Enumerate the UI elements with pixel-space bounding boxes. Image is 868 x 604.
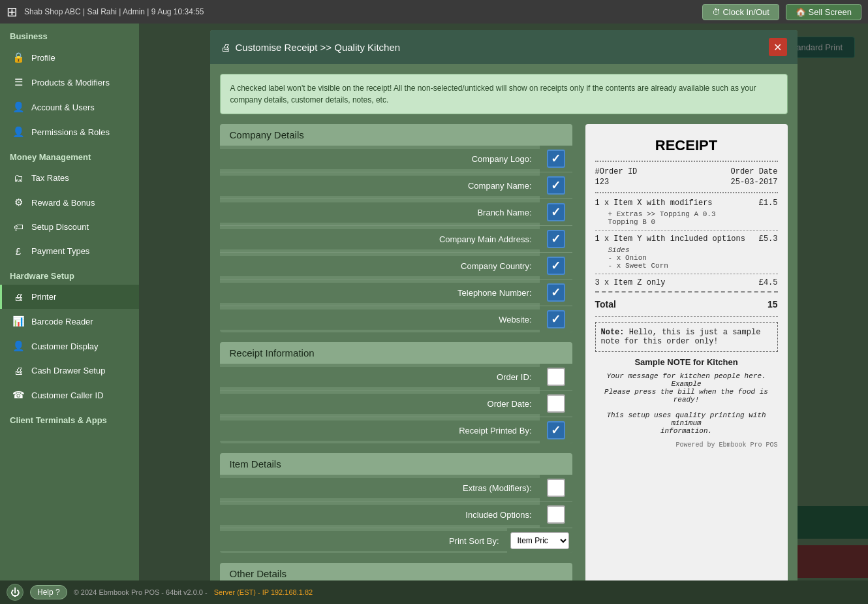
order-id-checkbox[interactable] bbox=[547, 368, 565, 386]
sidebar-item-permissions[interactable]: 👤 Permissions & Roles bbox=[0, 119, 139, 144]
receipt-kitchen-note: Sample NOTE for Kitchen bbox=[595, 357, 778, 367]
field-extras: Extras (Modifiers): bbox=[220, 475, 572, 501]
receipt-note-box: Note: Hello, this is just a sample note … bbox=[595, 322, 778, 352]
modal-content: A checked label won't be visible on the … bbox=[210, 64, 798, 604]
money-section-label: Money Management bbox=[0, 144, 139, 166]
receipt-divider-3 bbox=[595, 230, 778, 230]
receipt-divider-2 bbox=[595, 192, 778, 193]
help-button[interactable]: Help ? bbox=[30, 585, 67, 599]
sidebar-item-discount[interactable]: 🏷 Setup Discount bbox=[0, 215, 139, 239]
sidebar-item-printer[interactable]: 🖨 Printer bbox=[0, 285, 139, 309]
sidebar-label-barcode: Barcode Reader bbox=[31, 317, 93, 326]
item3-name: Item Z only bbox=[613, 278, 665, 287]
printer-icon: 🖨 bbox=[12, 291, 25, 302]
company-logo-checkbox[interactable]: ✓ bbox=[547, 150, 565, 168]
note-label: Note: bbox=[601, 328, 625, 337]
modal-title: Customise Receipt >> Quality Kitchen bbox=[236, 42, 401, 53]
server-text: Server (EST) - IP 192.168.1.82 bbox=[214, 588, 313, 596]
order-id-label: Order ID: bbox=[220, 367, 540, 387]
receipt-item-2-sides: Sides - x Onion - x Sweet Corn bbox=[608, 246, 778, 270]
order-date-label: Order Date: bbox=[220, 394, 540, 414]
item-section-header: Item Details bbox=[220, 453, 572, 475]
sidebar-item-products[interactable]: ☰ Products & Modifiers bbox=[0, 70, 139, 95]
sell-screen-button[interactable]: 🏠 Sell Screen bbox=[786, 4, 861, 20]
telephone-control: ✓ bbox=[540, 279, 572, 306]
receipt-divider-5 bbox=[595, 291, 778, 293]
company-section-header: Company Details bbox=[220, 124, 572, 146]
sidebar-label-payment: Payment Types bbox=[31, 246, 89, 256]
sort-by-select[interactable]: Item Pric Item Name Category bbox=[510, 532, 569, 549]
lock-icon: 🔒 bbox=[12, 52, 25, 63]
website-checkbox[interactable]: ✓ bbox=[547, 310, 565, 328]
field-telephone: Telephone Number: ✓ bbox=[220, 279, 572, 306]
list-icon: ☰ bbox=[12, 76, 25, 88]
field-company-logo: Company Logo: ✓ bbox=[220, 146, 572, 172]
sidebar: Business 🔒 Profile ☰ Products & Modifier… bbox=[0, 24, 139, 604]
sidebar-label-profile: Profile bbox=[31, 53, 55, 63]
side-sweetcorn: - x Sweet Corn bbox=[608, 262, 778, 270]
receipt-printed-by-checkbox[interactable]: ✓ bbox=[547, 421, 565, 439]
company-address-label: Company Main Address: bbox=[220, 229, 540, 249]
telephone-checkbox[interactable]: ✓ bbox=[547, 283, 565, 302]
user-icon: 👤 bbox=[12, 101, 25, 113]
item2-qty: 1 x bbox=[595, 234, 614, 244]
sidebar-item-display[interactable]: 👤 Customer Display bbox=[0, 334, 139, 358]
sidebar-item-tax[interactable]: 🗂 Tax Rates bbox=[0, 166, 139, 190]
field-order-date: Order Date: bbox=[220, 390, 572, 417]
sidebar-label-permissions: Permissions & Roles bbox=[31, 127, 110, 137]
sidebar-item-reward[interactable]: ⚙ Reward & Bonus bbox=[0, 190, 139, 215]
receipt-item-2: 1 x Item Y with included options £5.3 bbox=[595, 234, 778, 244]
order-id-label-preview: #Order ID bbox=[595, 167, 638, 176]
total-label: Total bbox=[595, 299, 616, 310]
sidebar-item-barcode[interactable]: 📊 Barcode Reader bbox=[0, 309, 139, 334]
item1-qty: 1 x bbox=[595, 199, 614, 208]
company-country-control: ✓ bbox=[540, 253, 572, 279]
receipt-divider-4 bbox=[595, 274, 778, 274]
order-date-checkbox[interactable] bbox=[547, 394, 565, 413]
receipt-printed-by-control: ✓ bbox=[540, 417, 572, 443]
extras-header: + Extras >> Topping A 0.3 bbox=[608, 210, 778, 218]
item2-price: £5.3 bbox=[759, 234, 778, 244]
order-id-value: 123 bbox=[595, 178, 610, 187]
sidebar-item-accounts[interactable]: 👤 Account & Users bbox=[0, 95, 139, 119]
company-address-checkbox[interactable]: ✓ bbox=[547, 230, 565, 248]
sidebar-item-profile[interactable]: 🔒 Profile bbox=[0, 45, 139, 70]
receipt-total-row: Total 15 bbox=[595, 296, 778, 312]
included-options-control bbox=[540, 501, 572, 528]
power-button[interactable]: ⏻ bbox=[7, 584, 23, 601]
company-name-control: ✓ bbox=[540, 172, 572, 199]
sidebar-label-caller: Customer Caller ID bbox=[31, 390, 104, 400]
info-banner: A checked label won't be visible on the … bbox=[220, 74, 788, 114]
clock-inout-button[interactable]: ⏱ Clock In/Out bbox=[702, 4, 779, 20]
sidebar-label-tax: Tax Rates bbox=[31, 173, 69, 183]
receipt-item-1-left: 1 x Item X with modifiers bbox=[595, 199, 759, 208]
company-name-checkbox[interactable]: ✓ bbox=[547, 176, 565, 195]
sidebar-label-display: Customer Display bbox=[31, 342, 99, 351]
branch-name-checkbox[interactable]: ✓ bbox=[547, 203, 565, 221]
modal-title-area: 🖨 Customise Receipt >> Quality Kitchen bbox=[221, 42, 401, 53]
sidebar-label-products: Products & Modifiers bbox=[31, 78, 110, 87]
receipt-item-3-left: 3 x Item Z only bbox=[595, 278, 759, 287]
field-company-name: Company Name: ✓ bbox=[220, 172, 572, 199]
company-country-checkbox[interactable]: ✓ bbox=[547, 257, 565, 275]
info-text: A checked label won't be visible on the … bbox=[230, 84, 756, 104]
field-receipt-printed-by: Receipt Printed By: ✓ bbox=[220, 417, 572, 443]
modal-close-button[interactable]: ✕ bbox=[769, 38, 787, 56]
extras-checkbox[interactable] bbox=[547, 479, 565, 497]
sidebar-item-drawer[interactable]: 🖨 Cash Drawer Setup bbox=[0, 358, 139, 383]
receipt-item-1-extras: + Extras >> Topping A 0.3 Topping B 0 bbox=[608, 210, 778, 226]
side-onion: - x Onion bbox=[608, 254, 778, 262]
sidebar-item-payment[interactable]: £ Payment Types bbox=[0, 239, 139, 263]
receipt-preview: RECEIPT #Order ID Order Date 123 25-03-2… bbox=[585, 124, 788, 594]
field-order-id: Order ID: bbox=[220, 364, 572, 390]
order-date-label-preview: Order Date bbox=[730, 167, 777, 176]
sidebar-label-reward: Reward & Bonus bbox=[31, 198, 95, 208]
receipt-section-header: Receipt Information bbox=[220, 342, 572, 364]
included-options-checkbox[interactable] bbox=[547, 505, 565, 524]
modal-overlay: 🖨 Customise Receipt >> Quality Kitchen ✕… bbox=[139, 24, 868, 604]
modal-body: Company Details Company Logo: ✓ Company … bbox=[220, 124, 788, 594]
drawer-icon: 🖨 bbox=[12, 365, 25, 376]
item3-qty: 3 x bbox=[595, 278, 614, 287]
total-value: 15 bbox=[767, 299, 778, 310]
sidebar-item-caller[interactable]: ☎ Customer Caller ID bbox=[0, 383, 139, 407]
